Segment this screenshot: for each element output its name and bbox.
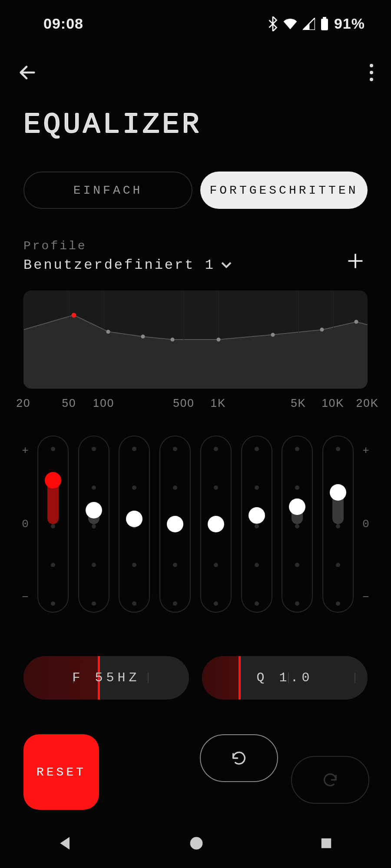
- scale-plus: +: [362, 444, 369, 457]
- svg-rect-6: [321, 838, 331, 848]
- axis-tick: 20: [17, 396, 31, 410]
- band-slider-7[interactable]: [282, 436, 313, 613]
- slider-scale-right: + 0 −: [357, 436, 374, 613]
- q-slider[interactable]: Q 1.0: [202, 656, 368, 700]
- curve-point[interactable]: [216, 338, 220, 342]
- profile-row: Profile Benutzerdefiniert 1: [0, 209, 391, 273]
- freq-slider[interactable]: F 55HZ: [23, 656, 189, 700]
- freq-value: F 55HZ: [72, 670, 140, 685]
- band-slider-2[interactable]: [78, 436, 109, 613]
- plus-icon: [346, 251, 365, 271]
- svg-rect-0: [321, 19, 328, 30]
- scale-plus: +: [22, 444, 29, 457]
- overflow-menu[interactable]: [369, 64, 374, 81]
- curve-point[interactable]: [320, 328, 324, 332]
- reset-button[interactable]: RESET: [23, 734, 99, 810]
- scale-zero: 0: [22, 518, 29, 531]
- profile-name: Benutzerdefiniert 1: [23, 257, 215, 273]
- nav-home[interactable]: [189, 835, 204, 853]
- slider-thumb[interactable]: [249, 507, 265, 524]
- tab-advanced[interactable]: FORTGESCHRITTEN: [200, 172, 368, 209]
- curve-point[interactable]: [355, 320, 358, 324]
- slider-thumb[interactable]: [86, 502, 102, 518]
- triangle-back-icon: [58, 835, 73, 851]
- undo-button[interactable]: [200, 734, 278, 782]
- curve-point[interactable]: [106, 330, 110, 333]
- redo-button[interactable]: [291, 756, 369, 804]
- svg-point-2: [370, 64, 373, 67]
- more-vert-icon: [369, 64, 374, 81]
- arrow-left-icon: [17, 63, 37, 83]
- axis-tick: 20K: [356, 396, 379, 410]
- svg-point-4: [370, 78, 373, 81]
- band-slider-5[interactable]: [200, 436, 232, 613]
- bottom-actions: RESET: [0, 700, 391, 812]
- curve-point[interactable]: [171, 338, 175, 342]
- page-title: EQUALIZER: [0, 83, 391, 141]
- clock: 09:08: [43, 15, 83, 32]
- curve-point[interactable]: [271, 333, 275, 337]
- scale-minus: −: [362, 591, 369, 604]
- app-bar: [0, 32, 391, 83]
- band-slider-6[interactable]: [241, 436, 272, 613]
- q-value: Q 1.0: [256, 670, 313, 685]
- axis-tick: 50: [62, 396, 76, 410]
- svg-point-5: [190, 837, 203, 849]
- slider-thumb[interactable]: [167, 516, 183, 532]
- nav-recent[interactable]: [319, 836, 333, 852]
- status-icons: 91%: [268, 15, 365, 32]
- battery-icon: [320, 17, 329, 31]
- system-nav-bar: [0, 820, 391, 868]
- band-slider-1[interactable]: [37, 436, 69, 613]
- axis-tick: 100: [93, 396, 114, 410]
- circle-home-icon: [189, 835, 204, 851]
- band-params: F 55HZ Q 1.0: [0, 613, 391, 700]
- undo-icon: [230, 749, 248, 767]
- wifi-icon: [283, 18, 298, 30]
- scale-minus: −: [22, 591, 29, 604]
- band-slider-8[interactable]: [322, 436, 354, 613]
- battery-pct: 91%: [334, 15, 365, 32]
- curve-point[interactable]: [71, 313, 76, 317]
- mode-tabs: EINFACH FORTGESCHRITTEN: [0, 141, 391, 209]
- slider-thumb[interactable]: [208, 516, 224, 532]
- eq-sliders: + 0 − + 0 −: [0, 409, 391, 613]
- svg-point-3: [370, 71, 373, 74]
- square-recent-icon: [319, 836, 333, 850]
- slider-thumb[interactable]: [126, 511, 142, 527]
- profile-dropdown[interactable]: Benutzerdefiniert 1: [23, 257, 232, 273]
- tab-simple[interactable]: EINFACH: [23, 172, 192, 209]
- band-slider-3[interactable]: [119, 436, 150, 613]
- scale-zero: 0: [362, 518, 369, 531]
- eq-curve-graph[interactable]: [23, 290, 368, 389]
- axis-tick: 5K: [291, 396, 306, 410]
- signal-icon: [303, 18, 315, 30]
- slider-thumb[interactable]: [330, 484, 346, 501]
- curve-point[interactable]: [141, 335, 145, 339]
- axis-tick: 500: [173, 396, 194, 410]
- chevron-down-icon: [221, 262, 232, 269]
- back-button[interactable]: [17, 63, 37, 83]
- freq-axis: 20501005001K5K10K20K: [23, 396, 368, 409]
- bluetooth-icon: [268, 17, 278, 31]
- band-slider-4[interactable]: [159, 436, 191, 613]
- nav-back[interactable]: [58, 835, 73, 853]
- profile-section-label: Profile: [23, 239, 232, 253]
- slider-thumb[interactable]: [289, 498, 305, 515]
- redo-icon: [321, 771, 339, 789]
- status-bar: 09:08 91%: [0, 0, 391, 32]
- add-profile-button[interactable]: [343, 249, 368, 273]
- svg-rect-1: [323, 17, 326, 19]
- axis-tick: 10K: [321, 396, 344, 410]
- slider-thumb[interactable]: [45, 472, 61, 488]
- slider-scale-left: + 0 −: [17, 436, 34, 613]
- axis-tick: 1K: [211, 396, 226, 410]
